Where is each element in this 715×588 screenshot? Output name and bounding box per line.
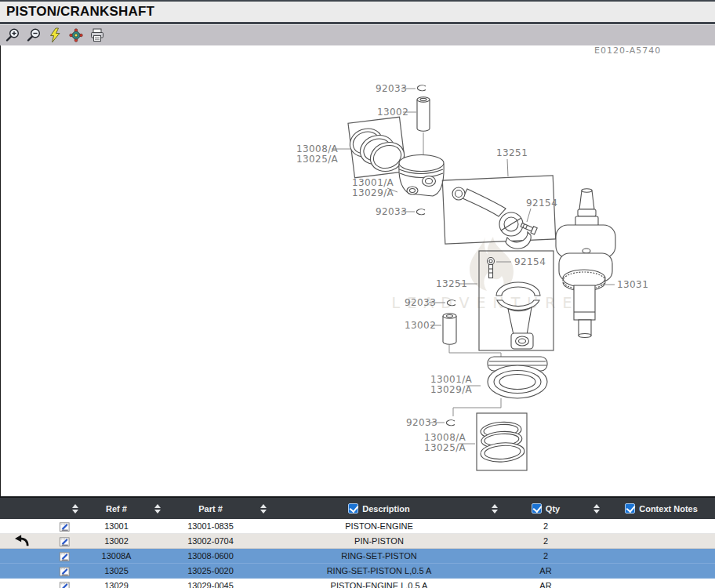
description-column-label: Description xyxy=(362,504,410,514)
col-context-notes-header[interactable]: Context Notes xyxy=(608,498,715,519)
description-cell: PIN-PISTON xyxy=(274,534,506,548)
ref-cell: 13008A xyxy=(86,549,169,563)
print-icon xyxy=(89,27,105,43)
notes-icon[interactable] xyxy=(59,550,71,562)
part-callout[interactable]: 92033 xyxy=(405,297,436,308)
qty-cell: AR xyxy=(506,564,608,578)
select-parts-button[interactable] xyxy=(67,26,85,45)
zoom-out-icon xyxy=(26,27,42,43)
drawing-number: E0120-A5740 xyxy=(594,45,661,56)
part-callout[interactable]: 13025/A xyxy=(424,442,466,453)
piston-part xyxy=(488,357,547,398)
part-callout[interactable]: 13002 xyxy=(405,320,436,331)
sort-icon[interactable] xyxy=(64,504,86,514)
part-callout[interactable]: 92033 xyxy=(376,83,407,94)
qty-visibility-checkbox[interactable] xyxy=(532,503,542,514)
part-cell: 13008-0600 xyxy=(169,549,274,563)
circlip-part xyxy=(446,420,455,426)
qty-cell: 2 xyxy=(506,519,608,533)
table-row[interactable]: 13025 13025-0020 RING-SET-PISTON L,0.5 A… xyxy=(0,564,715,579)
notes-icon[interactable] xyxy=(59,565,71,577)
qty-cell: 2 xyxy=(506,534,608,548)
context-notes-cell xyxy=(608,534,715,548)
notes-icon[interactable] xyxy=(59,580,71,588)
piston-pin-part xyxy=(417,100,430,131)
zoom-in-button[interactable] xyxy=(3,26,22,45)
parts-table: Ref # Part # Description Qty xyxy=(0,496,715,588)
title-bar: PISTON/CRANKSHAFT xyxy=(0,0,715,24)
piston-pin-part xyxy=(443,316,456,344)
table-row[interactable]: 13001 13001-0835 PISTON-ENGINE 2 xyxy=(0,519,715,534)
back-arrow-icon[interactable] xyxy=(13,534,31,548)
part-callout[interactable]: 92154 xyxy=(526,198,557,209)
part-callout[interactable]: 13029/A xyxy=(352,187,394,198)
part-callout[interactable]: 13251 xyxy=(496,147,528,158)
description-cell: PISTON-ENGINE xyxy=(274,519,506,533)
parts-diagram: LEADVENTURE 92033 13002 xyxy=(1,45,715,496)
page-title: PISTON/CRANKSHAFT xyxy=(0,4,154,20)
table-row[interactable]: 13002 13002-0704 PIN-PISTON 2 xyxy=(0,534,715,549)
flash-icon xyxy=(48,27,62,43)
description-cell: RING-SET-PISTON xyxy=(274,549,506,563)
context-notes-cell xyxy=(608,579,715,588)
sort-icon[interactable] xyxy=(484,504,506,514)
notes-icon[interactable] xyxy=(59,521,71,532)
table-header: Ref # Part # Description Qty xyxy=(0,496,715,519)
sort-icon[interactable] xyxy=(252,504,274,514)
context-notes-cell xyxy=(608,549,715,563)
table-row[interactable]: 13008A 13008-0600 RING-SET-PISTON 2 xyxy=(0,549,715,564)
circlip-part xyxy=(417,85,426,91)
sort-icon[interactable] xyxy=(147,504,169,514)
context-notes-visibility-checkbox[interactable] xyxy=(625,503,635,514)
qty-cell: AR xyxy=(506,579,608,588)
zoom-in-icon xyxy=(5,27,20,43)
connecting-rod-part xyxy=(496,282,540,349)
sort-icon[interactable] xyxy=(586,504,608,514)
crankshaft-part xyxy=(556,189,615,338)
part-callout[interactable]: 13031 xyxy=(617,279,648,290)
part-callout[interactable]: 13002 xyxy=(377,107,408,118)
part-callout[interactable]: 13025/A xyxy=(296,154,339,165)
piston-ring-part xyxy=(478,421,524,463)
part-callout[interactable]: 92154 xyxy=(514,256,546,267)
ref-column-label: Ref # xyxy=(106,504,127,514)
part-callout[interactable]: 13001/A xyxy=(430,374,473,385)
part-cell: 13002-0704 xyxy=(169,534,274,548)
part-callout[interactable]: 92033 xyxy=(406,417,437,428)
select-parts-icon xyxy=(68,27,84,43)
context-notes-cell xyxy=(608,519,715,533)
col-description-header[interactable]: Description xyxy=(274,498,506,519)
description-visibility-checkbox[interactable] xyxy=(348,503,358,514)
print-button[interactable] xyxy=(88,26,107,45)
notes-icon[interactable] xyxy=(59,535,71,547)
col-ref-header[interactable]: Ref # xyxy=(86,498,169,519)
ref-cell: 13025 xyxy=(86,564,169,578)
flash-tool-button[interactable] xyxy=(45,26,64,45)
part-cell: 13029-0045 xyxy=(169,579,274,588)
part-callout[interactable]: 13251 xyxy=(436,278,467,289)
ref-cell: 13029 xyxy=(86,579,169,588)
context-notes-column-label: Context Notes xyxy=(639,504,698,514)
description-cell: PISTON-ENGINE L.0.5 A xyxy=(274,579,506,588)
col-part-header[interactable]: Part # xyxy=(169,498,274,519)
diagram-canvas[interactable]: E0120-A5740 LEADVENTURE 92033 13002 xyxy=(0,45,715,496)
circlip-part xyxy=(416,209,425,215)
col-action-header xyxy=(0,498,43,519)
zoom-out-button[interactable] xyxy=(24,26,43,45)
part-column-label: Part # xyxy=(198,504,223,514)
qty-column-label: Qty xyxy=(546,504,560,514)
part-callout[interactable]: 13008/A xyxy=(424,432,466,443)
part-callout[interactable]: 13029/A xyxy=(430,384,473,395)
part-callout[interactable]: 13008/A xyxy=(296,143,339,154)
col-qty-header[interactable]: Qty xyxy=(506,498,608,519)
table-row[interactable]: 13029 13029-0045 PISTON-ENGINE L.0.5 A A… xyxy=(0,579,715,588)
ref-cell: 13002 xyxy=(86,534,169,548)
qty-cell: 2 xyxy=(506,549,608,563)
diagram-toolbar xyxy=(0,24,715,45)
part-callout[interactable]: 92033 xyxy=(376,206,407,217)
part-callout[interactable]: 13001/A xyxy=(352,177,394,188)
part-cell: 13025-0020 xyxy=(169,564,274,578)
parts-catalog-window: PISTON/CRANKSHAFT xyxy=(0,0,715,588)
col-select-header[interactable] xyxy=(43,498,86,519)
ref-cell: 13001 xyxy=(86,519,169,533)
